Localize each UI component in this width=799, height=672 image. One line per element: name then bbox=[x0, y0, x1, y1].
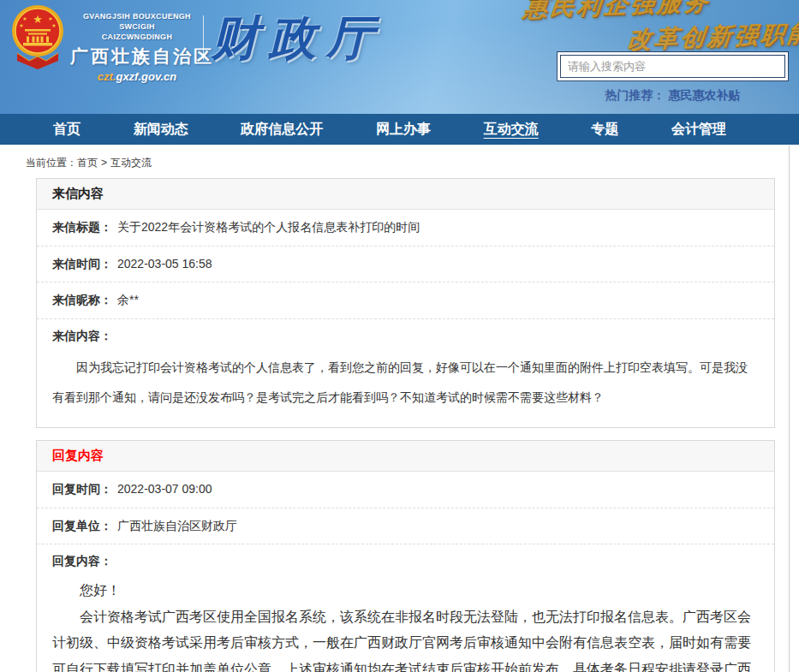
svg-text:★: ★ bbox=[48, 16, 52, 21]
letter-time-value: 2022-03-05 16:58 bbox=[117, 256, 212, 273]
svg-text:★: ★ bbox=[33, 13, 43, 26]
nav-item-news[interactable]: 新闻动态 bbox=[134, 121, 188, 139]
reply-unit-value: 广西壮族自治区财政厅 bbox=[117, 518, 237, 535]
breadcrumb-separator: > bbox=[101, 157, 107, 169]
nav-item-interaction[interactable]: 互动交流 bbox=[484, 121, 539, 139]
site-url-prefix: czt. bbox=[98, 70, 116, 83]
reply-time-label: 回复时间： bbox=[52, 481, 112, 498]
reply-box: 回复内容 回复时间： 2022-03-07 09:00 回复单位： 广西壮族自治… bbox=[36, 440, 775, 672]
org-name: 广西壮族自治区 bbox=[70, 45, 204, 68]
nav-item-home[interactable]: 首页 bbox=[53, 121, 80, 139]
search-input[interactable] bbox=[560, 55, 785, 78]
site-url-rest: gxzf.gov.cn bbox=[116, 70, 176, 83]
nav-item-gov-info[interactable]: 政府信息公开 bbox=[241, 121, 323, 139]
letter-time-label: 来信时间： bbox=[52, 256, 112, 273]
national-emblem-icon: ★ ★ ★ ★ ★ bbox=[10, 4, 65, 73]
reply-greeting: 您好！ bbox=[52, 578, 759, 604]
nav-item-topics[interactable]: 专题 bbox=[591, 121, 618, 139]
breadcrumb: 当前位置：首页>互动交流 bbox=[26, 156, 799, 170]
nav-item-online-services[interactable]: 网上办事 bbox=[376, 121, 431, 139]
breadcrumb-current-link[interactable]: 互动交流 bbox=[110, 157, 152, 169]
letter-nickname-row: 来信昵称： 余** bbox=[37, 282, 774, 319]
hot-label: 热门推荐： bbox=[605, 88, 665, 102]
letter-content-section: 来信内容： 因为我忘记打印会计资格考试的个人信息表了，看到您之前的回复，好像可以… bbox=[37, 319, 774, 427]
letter-nickname-value: 余** bbox=[117, 292, 139, 309]
page-right-edge bbox=[789, 146, 790, 672]
letter-box: 来信内容 来信标题： 关于2022年会计资格考试的个人报名信息表补打印的时间 来… bbox=[36, 178, 775, 428]
site-header: ★ ★ ★ ★ ★ GVANGJSIH BOUXCUENGH SWCIGIH C… bbox=[0, 0, 799, 114]
reply-time-value: 2022-03-07 09:00 bbox=[117, 481, 212, 498]
letter-nickname-label: 来信昵称： bbox=[52, 292, 112, 309]
letter-box-title: 来信内容 bbox=[37, 179, 774, 210]
header-divider bbox=[203, 15, 204, 60]
svg-text:★: ★ bbox=[22, 16, 27, 21]
letter-content-label: 来信内容： bbox=[52, 329, 112, 342]
nav-item-accounting[interactable]: 会计管理 bbox=[671, 121, 726, 139]
slogan-line2: 改革创新强职能 bbox=[626, 17, 799, 56]
letter-subject-row: 来信标题： 关于2022年会计资格考试的个人报名信息表补打印的时间 bbox=[37, 210, 774, 247]
svg-text:★: ★ bbox=[51, 23, 56, 28]
svg-text:★: ★ bbox=[19, 23, 23, 28]
site-url: czt.gxzf.gov.cn bbox=[70, 70, 204, 83]
letter-subject-label: 来信标题： bbox=[52, 219, 112, 236]
reply-content-text: 会计资格考试广西考区使用全国报名系统，该系统在非报名时段无法登陆，也无法打印报名… bbox=[52, 604, 759, 672]
search-box bbox=[557, 51, 789, 81]
letter-time-row: 来信时间： 2022-03-05 16:58 bbox=[37, 247, 774, 283]
hot-link[interactable]: 惠民惠农补贴 bbox=[668, 88, 740, 102]
reply-box-title: 回复内容 bbox=[37, 441, 774, 472]
letter-subject-value: 关于2022年会计资格考试的个人报名信息表补打印的时间 bbox=[117, 219, 420, 236]
reply-content-section: 回复内容： 您好！ 会计资格考试广西考区使用全国报名系统，该系统在非报名时段无法… bbox=[37, 544, 774, 672]
letter-content-text: 因为我忘记打印会计资格考试的个人信息表了，看到您之前的回复，好像可以在一个通知里… bbox=[52, 353, 759, 413]
department-title: 财政厅 bbox=[212, 7, 384, 70]
org-identity: GVANGJSIH BOUXCUENGH SWCIGIH CAIZCWNGDIN… bbox=[70, 11, 204, 83]
reply-unit-label: 回复单位： bbox=[52, 518, 112, 535]
breadcrumb-prefix: 当前位置： bbox=[26, 157, 77, 169]
hot-recommendation: 热门推荐： 惠民惠农补贴 bbox=[557, 88, 789, 104]
reply-content-label: 回复内容： bbox=[52, 554, 112, 568]
main-nav: 首页 新闻动态 政府信息公开 网上办事 互动交流 专题 会计管理 bbox=[0, 114, 799, 145]
org-zhuang-line1: GVANGJSIH BOUXCUENGH SWCIGIH bbox=[70, 11, 204, 32]
reply-unit-row: 回复单位： 广西壮族自治区财政厅 bbox=[37, 508, 774, 545]
breadcrumb-home-link[interactable]: 首页 bbox=[77, 157, 98, 169]
reply-time-row: 回复时间： 2022-03-07 09:00 bbox=[37, 472, 774, 508]
slogan-line1: 惠民利企强服务 bbox=[522, 0, 713, 25]
org-zhuang-line2: CAIZCWNGDINGH bbox=[70, 32, 204, 42]
